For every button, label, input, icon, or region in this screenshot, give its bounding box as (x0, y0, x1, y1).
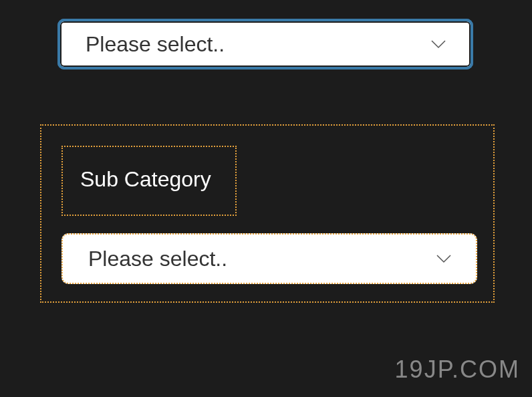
sub-category-select[interactable]: Please select.. (61, 233, 477, 284)
watermark-text: 19JP.COM (395, 356, 520, 384)
primary-select-placeholder: Please select.. (86, 32, 225, 57)
chevron-down-icon (436, 254, 452, 263)
sub-category-label: Sub Category (80, 167, 211, 191)
chevron-down-icon (430, 39, 446, 49)
sub-category-panel: Sub Category Please select.. (40, 124, 495, 303)
sub-category-select-placeholder: Please select.. (88, 247, 227, 271)
sub-category-label-box: Sub Category (61, 146, 237, 216)
primary-select[interactable]: Please select.. (57, 19, 473, 70)
